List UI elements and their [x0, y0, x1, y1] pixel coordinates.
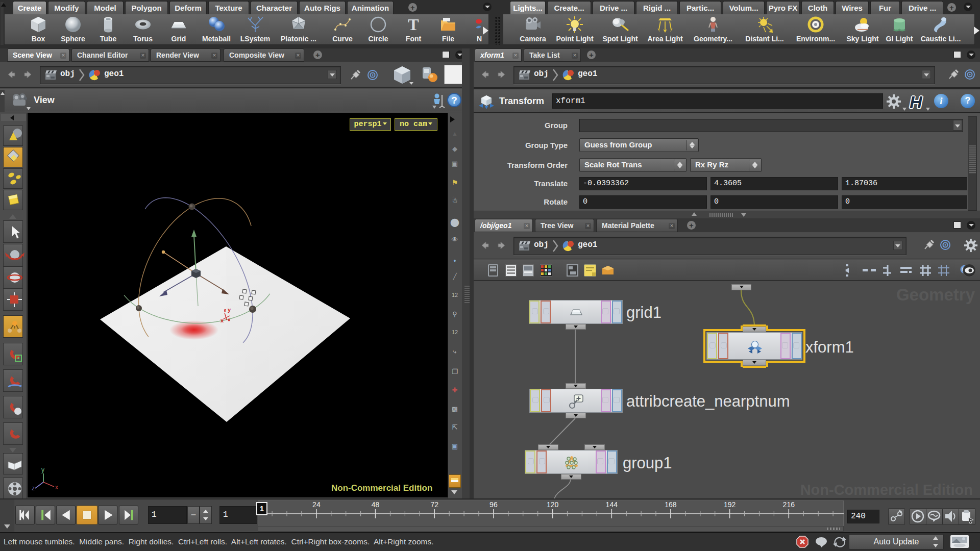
svg-text:216: 216: [783, 500, 795, 509]
svg-text:24: 24: [312, 500, 321, 509]
svg-text:z: z: [32, 485, 35, 492]
svg-text:144: 144: [606, 500, 618, 509]
svg-text:T: T: [408, 15, 419, 34]
svg-text:y: y: [41, 466, 44, 473]
svg-text:72: 72: [430, 500, 438, 509]
svg-text:192: 192: [724, 500, 736, 509]
svg-text:x: x: [55, 484, 58, 491]
svg-text:y: y: [228, 307, 231, 313]
svg-text:120: 120: [547, 500, 559, 509]
svg-text:48: 48: [372, 500, 380, 509]
svg-text:x: x: [220, 317, 224, 323]
svg-text:96: 96: [489, 500, 498, 509]
svg-text:168: 168: [665, 500, 677, 509]
